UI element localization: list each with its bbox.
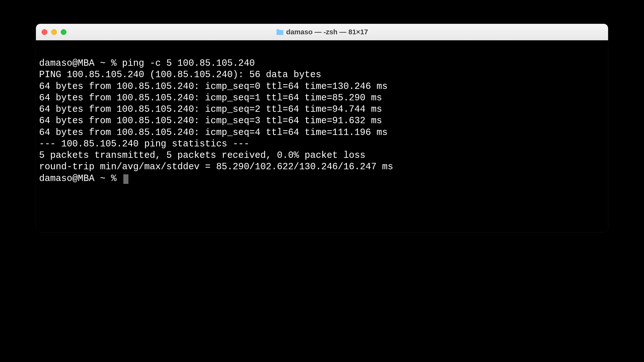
traffic-lights (42, 29, 66, 35)
terminal-line: 64 bytes from 100.85.105.240: icmp_seq=3… (39, 115, 605, 127)
terminal-line: round-trip min/avg/max/stddev = 85.290/1… (39, 161, 605, 173)
close-button[interactable] (42, 29, 47, 35)
terminal-line: 64 bytes from 100.85.105.240: icmp_seq=1… (39, 92, 605, 104)
terminal-prompt: damaso@MBA ~ % (39, 173, 122, 184)
minimize-button[interactable] (51, 29, 57, 35)
titlebar[interactable]: damaso — -zsh — 81×17 (36, 24, 608, 40)
maximize-button[interactable] (61, 29, 66, 35)
terminal-window: damaso — -zsh — 81×17 damaso@MBA ~ % pin… (36, 24, 608, 232)
terminal-line: 64 bytes from 100.85.105.240: icmp_seq=2… (39, 104, 605, 115)
terminal-body[interactable]: damaso@MBA ~ % ping -c 5 100.85.105.240P… (36, 40, 608, 232)
terminal-prompt-line: damaso@MBA ~ % (39, 173, 605, 184)
terminal-line: 64 bytes from 100.85.105.240: icmp_seq=4… (39, 127, 605, 138)
folder-icon (276, 29, 284, 35)
terminal-line: 5 packets transmitted, 5 packets receive… (39, 150, 605, 161)
window-title: damaso — -zsh — 81×17 (286, 28, 368, 36)
terminal-line: --- 100.85.105.240 ping statistics --- (39, 138, 605, 150)
terminal-line: PING 100.85.105.240 (100.85.105.240): 56… (39, 69, 605, 81)
cursor (123, 174, 128, 184)
window-title-group: damaso — -zsh — 81×17 (276, 28, 368, 36)
terminal-line: damaso@MBA ~ % ping -c 5 100.85.105.240 (39, 58, 605, 69)
terminal-line: 64 bytes from 100.85.105.240: icmp_seq=0… (39, 81, 605, 92)
